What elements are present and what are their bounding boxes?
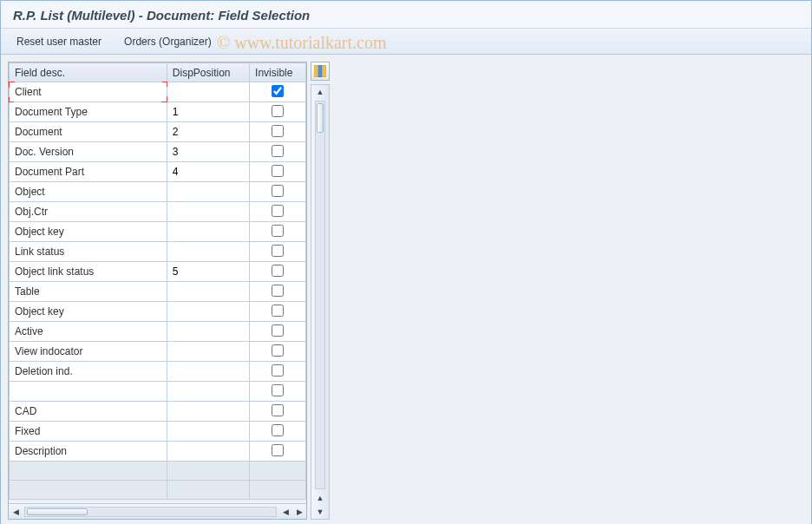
disp-position-input[interactable]	[173, 284, 244, 299]
col-header-invisible[interactable]: Invisible	[250, 63, 306, 82]
invisible-checkbox[interactable]	[272, 444, 284, 456]
table-row[interactable]: Obj.Ctr	[10, 202, 306, 222]
cell-field-desc[interactable]: Document Type	[10, 102, 167, 122]
table-row[interactable]: Object link status	[10, 262, 306, 282]
cell-disp-position[interactable]	[167, 142, 249, 162]
cell-invisible[interactable]	[250, 122, 306, 142]
hscroll-thumb[interactable]	[27, 508, 88, 515]
cell-field-desc[interactable]: Document	[10, 122, 167, 142]
invisible-checkbox[interactable]	[272, 364, 284, 377]
disp-position-input[interactable]	[173, 224, 244, 239]
cell-invisible[interactable]	[250, 382, 306, 402]
cell-invisible[interactable]	[250, 242, 306, 262]
disp-position-input[interactable]	[173, 383, 244, 399]
invisible-checkbox[interactable]	[272, 205, 284, 217]
invisible-checkbox[interactable]	[272, 344, 284, 357]
disp-position-input[interactable]	[173, 364, 244, 379]
scroll-down-up-icon[interactable]: ▲	[313, 491, 327, 505]
cell-disp-position[interactable]	[167, 182, 249, 202]
cell-disp-position[interactable]	[167, 242, 249, 262]
disp-position-input[interactable]	[173, 124, 244, 140]
cell-field-desc[interactable]: Client	[10, 82, 167, 102]
disp-position-input[interactable]	[173, 443, 244, 459]
invisible-checkbox[interactable]	[272, 145, 284, 157]
cell-invisible[interactable]	[250, 222, 306, 242]
table-row[interactable]: Object	[10, 182, 306, 202]
table-row[interactable]: Table	[10, 282, 306, 302]
cell-invisible[interactable]	[250, 142, 306, 162]
invisible-checkbox[interactable]	[272, 85, 284, 97]
table-row[interactable]: Link status	[10, 242, 306, 262]
disp-position-input[interactable]	[173, 403, 244, 419]
cell-field-desc[interactable]: Fixed	[10, 422, 167, 442]
cell-field-desc[interactable]: Object	[10, 182, 167, 202]
cell-invisible[interactable]	[250, 282, 306, 302]
table-row[interactable]: Fixed	[10, 422, 306, 442]
cell-field-desc[interactable]: Link status	[10, 242, 167, 262]
vscroll-track[interactable]	[315, 101, 325, 489]
hscroll-track[interactable]	[24, 507, 277, 517]
table-row[interactable]: CAD	[10, 402, 306, 422]
cell-field-desc[interactable]: Object key	[10, 302, 167, 322]
table-row[interactable]: Object key	[10, 302, 306, 322]
cell-disp-position[interactable]	[167, 222, 249, 242]
disp-position-input[interactable]	[173, 84, 244, 100]
cell-disp-position[interactable]	[167, 402, 249, 422]
disp-position-input[interactable]	[173, 184, 244, 200]
invisible-checkbox[interactable]	[272, 105, 284, 117]
table-row[interactable]: Document Part	[10, 162, 306, 182]
scroll-down-icon[interactable]: ▼	[313, 505, 327, 519]
disp-position-input[interactable]	[173, 104, 244, 120]
disp-position-input[interactable]	[173, 423, 244, 439]
cell-disp-position[interactable]	[167, 202, 249, 222]
cell-invisible[interactable]	[250, 302, 306, 322]
horizontal-scrollbar[interactable]: ◀ ◀ ▶	[9, 503, 306, 519]
cell-field-desc[interactable]: Description	[10, 442, 167, 462]
table-row[interactable]: Client	[10, 82, 306, 102]
cell-field-desc[interactable]: Object link status	[10, 262, 167, 282]
cell-field-desc[interactable]: CAD	[10, 402, 167, 422]
table-row[interactable]: Doc. Version	[10, 142, 306, 162]
cell-disp-position[interactable]	[167, 282, 249, 302]
cell-field-desc[interactable]: Active	[10, 322, 167, 342]
cell-invisible[interactable]	[250, 162, 306, 182]
scroll-up-icon[interactable]: ▲	[313, 85, 327, 99]
cell-disp-position[interactable]	[167, 162, 249, 182]
disp-position-input[interactable]	[173, 304, 244, 319]
cell-disp-position[interactable]	[167, 362, 249, 382]
disp-position-input[interactable]	[173, 244, 244, 259]
scroll-right-icon[interactable]: ◀	[278, 505, 292, 519]
cell-invisible[interactable]	[250, 422, 306, 442]
cell-invisible[interactable]	[250, 202, 306, 222]
cell-disp-position[interactable]	[167, 442, 249, 462]
disp-position-input[interactable]	[173, 264, 244, 279]
invisible-checkbox[interactable]	[272, 424, 284, 436]
invisible-checkbox[interactable]	[272, 185, 284, 197]
invisible-checkbox[interactable]	[272, 265, 284, 277]
disp-position-input[interactable]	[173, 204, 244, 219]
invisible-checkbox[interactable]	[272, 165, 284, 177]
disp-position-input[interactable]	[173, 344, 244, 359]
invisible-checkbox[interactable]	[272, 305, 284, 317]
cell-invisible[interactable]	[250, 82, 306, 102]
invisible-checkbox[interactable]	[272, 384, 284, 396]
cell-invisible[interactable]	[250, 342, 306, 362]
cell-field-desc[interactable]: Doc. Version	[10, 142, 167, 162]
vscroll-thumb[interactable]	[317, 103, 324, 133]
disp-position-input[interactable]	[173, 324, 244, 339]
cell-disp-position[interactable]	[167, 302, 249, 322]
cell-invisible[interactable]	[250, 102, 306, 122]
invisible-checkbox[interactable]	[272, 285, 284, 297]
scroll-left-icon[interactable]: ◀	[9, 505, 23, 519]
cell-disp-position[interactable]	[167, 322, 249, 342]
cell-disp-position[interactable]	[167, 102, 249, 122]
table-row[interactable]	[10, 382, 306, 402]
invisible-checkbox[interactable]	[272, 125, 284, 137]
disp-position-input[interactable]	[173, 144, 244, 160]
table-row[interactable]: Document Type	[10, 102, 306, 122]
configure-columns-button[interactable]	[311, 62, 330, 81]
invisible-checkbox[interactable]	[272, 404, 284, 416]
cell-disp-position[interactable]	[167, 122, 249, 142]
cell-disp-position[interactable]	[167, 382, 249, 402]
cell-field-desc[interactable]: Deletion ind.	[10, 362, 167, 382]
